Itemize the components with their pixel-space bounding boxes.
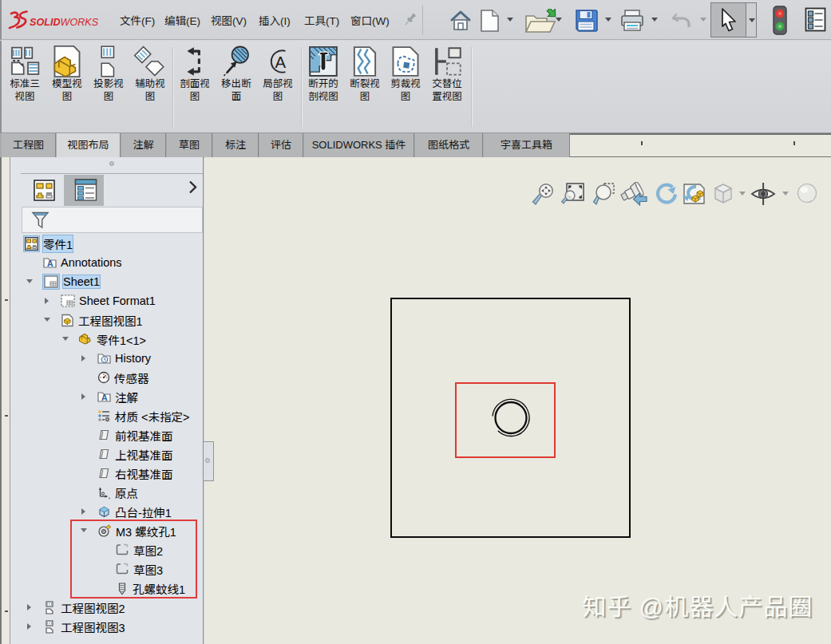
svg-text:SOLID: SOLID <box>30 17 60 28</box>
svg-text:A: A <box>47 259 53 268</box>
svg-text:A: A <box>275 53 286 71</box>
svg-text:WORKS: WORKS <box>61 17 99 28</box>
svg-text:A: A <box>101 393 108 402</box>
